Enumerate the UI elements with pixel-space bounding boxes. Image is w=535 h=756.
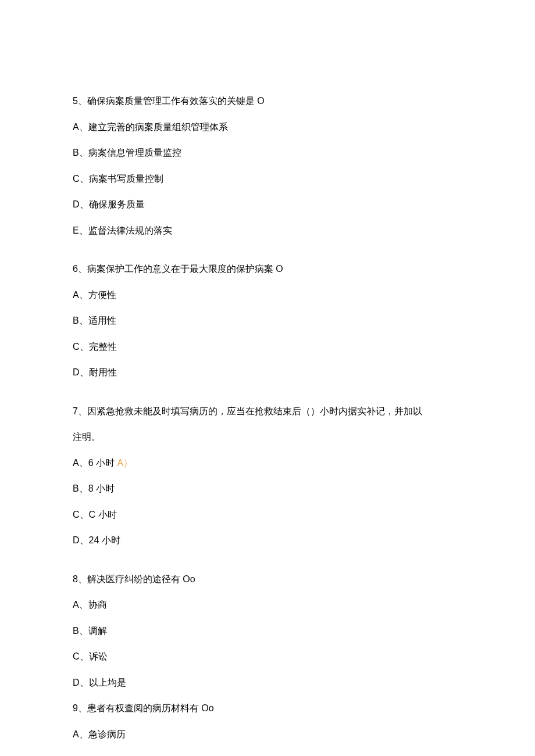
option-line: C、病案书写质量控制 — [73, 172, 462, 186]
option-line: D、耐用性 — [73, 366, 462, 379]
option-text: 病案书写质量控制 — [89, 174, 163, 184]
option-line: C、诉讼 — [73, 650, 462, 664]
option-label: A、 — [73, 458, 88, 468]
option-line: B、8 小时 — [73, 482, 462, 496]
option-text: 6 小时 — [88, 458, 117, 468]
option-line: A、协商 — [73, 598, 462, 612]
option-label: D、 — [73, 199, 89, 209]
option-label: A、 — [73, 729, 88, 739]
option-text: 24 小时 — [89, 535, 120, 545]
option-line: A、6 小时 A） — [73, 456, 462, 470]
question-text: 解决医疗纠纷的途径有 Oo — [87, 574, 195, 584]
option-label: A、 — [73, 122, 88, 132]
option-label: D、 — [73, 678, 89, 687]
option-line: E、监督法律法规的落实 — [73, 224, 462, 238]
option-text: C 小时 — [89, 510, 117, 519]
option-label: C、 — [73, 510, 89, 519]
option-text: 诉讼 — [89, 651, 108, 661]
question-stem: 8、解决医疗纠纷的途径有 Oo — [73, 572, 462, 586]
question-stem: 6、病案保护工作的意义在于最大限度的保护病案 O — [73, 262, 462, 276]
option-text: 病案信息管理质量监控 — [88, 148, 181, 157]
option-text: 协商 — [88, 600, 107, 610]
option-label: B、 — [73, 316, 88, 325]
document-content: 5、确保病案质量管理工作有效落实的关键是 O A、建立完善的病案质量组织管理体系… — [73, 94, 462, 741]
option-line: D、确保服务质量 — [73, 198, 462, 212]
option-line: B、病案信息管理质量监控 — [73, 146, 462, 160]
option-label: B、 — [73, 148, 88, 157]
option-label: D、 — [73, 367, 89, 377]
option-label: B、 — [73, 626, 88, 636]
option-text: 建立完善的病案质量组织管理体系 — [88, 122, 228, 132]
question-text: 因紧急抢救未能及时填写病历的，应当在抢救结束后（）小时内据实补记，并加以 — [87, 406, 422, 416]
option-line: A、急诊病历 — [73, 728, 462, 741]
option-label: B、 — [73, 483, 88, 493]
option-line: D、24 小时 — [73, 533, 462, 547]
question-stem-continued: 注明。 — [73, 430, 462, 444]
option-line: C、完整性 — [73, 340, 462, 354]
question-text: 病案保护工作的意义在于最大限度的保护病案 O — [87, 264, 283, 274]
option-text: 监督法律法规的落实 — [88, 225, 172, 235]
option-text: 急诊病历 — [88, 729, 126, 739]
option-label: C、 — [73, 174, 89, 184]
question-number: 9、 — [73, 703, 87, 713]
option-line: B、调解 — [73, 624, 462, 638]
option-text: 耐用性 — [89, 367, 117, 377]
option-text: 调解 — [88, 626, 107, 636]
option-line: A、方便性 — [73, 288, 462, 302]
question-stem: 9、患者有权查阅的病历材料有 Oo — [73, 701, 462, 715]
option-text: 以上均是 — [89, 678, 126, 687]
question-number: 7、 — [73, 406, 87, 416]
question-text: 确保病案质量管理工作有效落实的关键是 O — [87, 96, 265, 106]
option-text: 8 小时 — [88, 483, 115, 493]
question-text: 注明。 — [73, 432, 101, 442]
option-text: 适用性 — [88, 316, 116, 325]
option-label: A、 — [73, 290, 88, 300]
option-label: D、 — [73, 535, 89, 545]
option-highlight: A） — [117, 458, 133, 468]
option-text: 确保服务质量 — [89, 199, 145, 209]
option-line: B、适用性 — [73, 314, 462, 328]
option-label: C、 — [73, 651, 89, 661]
option-label: C、 — [73, 342, 89, 352]
option-text: 完整性 — [89, 342, 117, 352]
option-line: D、以上均是 — [73, 676, 462, 690]
question-number: 6、 — [73, 264, 87, 274]
option-label: E、 — [73, 225, 88, 235]
question-stem: 7、因紧急抢救未能及时填写病历的，应当在抢救结束后（）小时内据实补记，并加以 — [73, 404, 462, 418]
question-number: 5、 — [73, 96, 87, 106]
option-line: A、建立完善的病案质量组织管理体系 — [73, 120, 462, 134]
question-stem: 5、确保病案质量管理工作有效落实的关键是 O — [73, 94, 462, 108]
question-text: 患者有权查阅的病历材料有 Oo — [87, 703, 214, 713]
option-label: A、 — [73, 600, 88, 610]
question-number: 8、 — [73, 574, 87, 584]
option-line: C、C 小时 — [73, 508, 462, 522]
option-text: 方便性 — [88, 290, 116, 300]
